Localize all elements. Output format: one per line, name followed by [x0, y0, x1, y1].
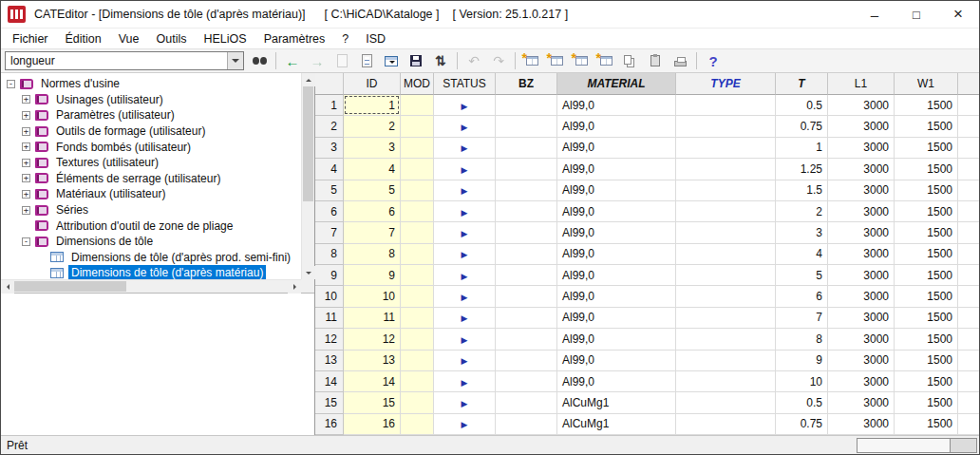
- bz-cell[interactable]: [496, 371, 557, 392]
- tree-hscrollbar-thumb[interactable]: [14, 281, 126, 292]
- type-cell[interactable]: [676, 201, 776, 222]
- status-cell[interactable]: [434, 159, 496, 180]
- id-cell[interactable]: 3: [344, 138, 401, 159]
- material-cell[interactable]: Al99,0: [557, 201, 676, 222]
- w1-cell[interactable]: 1500: [895, 222, 958, 243]
- header-material[interactable]: MATERIAL: [557, 73, 676, 95]
- material-cell[interactable]: AlCuMg1: [557, 392, 676, 413]
- import-table-button[interactable]: [379, 50, 404, 71]
- status-cell[interactable]: [434, 286, 496, 307]
- type-cell[interactable]: [676, 329, 776, 350]
- id-cell[interactable]: 10: [344, 286, 401, 307]
- table-hscrollbar[interactable]: [857, 438, 977, 453]
- mod-cell[interactable]: [401, 371, 434, 392]
- bz-cell[interactable]: [496, 329, 557, 350]
- header-mod[interactable]: MOD: [401, 73, 434, 95]
- id-cell[interactable]: 6: [344, 201, 401, 222]
- w1-cell[interactable]: 1500: [895, 371, 958, 392]
- tree-item[interactable]: + Paramètres (utilisateur): [1, 107, 301, 123]
- type-cell[interactable]: [676, 95, 776, 116]
- tree-item[interactable]: Dimensions de tôle (d'après prod. semi-f…: [1, 250, 301, 266]
- row-number-cell[interactable]: 15: [315, 392, 344, 413]
- status-cell[interactable]: [434, 351, 496, 371]
- type-cell[interactable]: [676, 180, 776, 201]
- find-button[interactable]: [247, 50, 272, 71]
- id-cell[interactable]: 2: [344, 116, 401, 137]
- id-cell[interactable]: 5: [344, 180, 401, 201]
- material-cell[interactable]: Al99,0: [557, 180, 676, 201]
- copy-button[interactable]: [618, 50, 643, 71]
- row-number-cell[interactable]: 8: [315, 244, 344, 265]
- tree-item[interactable]: + Usinages (utilisateur): [1, 92, 301, 108]
- id-cell[interactable]: 16: [344, 414, 401, 435]
- t-cell[interactable]: 9: [776, 351, 828, 371]
- type-cell[interactable]: [676, 392, 776, 413]
- insert-table-button[interactable]: [569, 50, 594, 71]
- t-cell[interactable]: 4: [776, 244, 828, 265]
- l1-cell[interactable]: 3000: [828, 180, 895, 201]
- back-button[interactable]: [280, 50, 305, 71]
- w1-cell[interactable]: 1500: [895, 244, 958, 265]
- mod-cell[interactable]: [401, 180, 434, 201]
- row-number-cell[interactable]: 9: [315, 265, 344, 286]
- bz-cell[interactable]: [496, 351, 557, 371]
- combo-dropdown-button[interactable]: [227, 52, 243, 69]
- tree-expander[interactable]: +: [22, 111, 30, 120]
- tree-item[interactable]: + Matériaux (utilisateur): [1, 186, 301, 202]
- w1-cell[interactable]: 1500: [895, 414, 958, 435]
- scroll-up-button[interactable]: [302, 73, 315, 86]
- header-w1[interactable]: W1: [895, 73, 958, 95]
- material-cell[interactable]: Al99,0: [557, 286, 676, 307]
- w1-cell[interactable]: 1500: [895, 138, 958, 159]
- type-cell[interactable]: [676, 222, 776, 243]
- type-cell[interactable]: [676, 371, 776, 392]
- mod-cell[interactable]: [401, 116, 434, 137]
- mod-cell[interactable]: [401, 222, 434, 243]
- mod-cell[interactable]: [401, 244, 434, 265]
- tree-item[interactable]: - Dimensions de tôle: [1, 234, 301, 250]
- maximize-button[interactable]: [895, 1, 937, 28]
- l1-cell[interactable]: 3000: [828, 244, 895, 265]
- status-cell[interactable]: [434, 180, 496, 201]
- status-cell[interactable]: [434, 116, 496, 137]
- append-row-button[interactable]: [544, 50, 569, 71]
- tree-item[interactable]: Attribution d'outil de zone de pliage: [1, 218, 301, 234]
- t-cell[interactable]: 8: [776, 329, 828, 350]
- status-cell[interactable]: [434, 414, 496, 435]
- material-cell[interactable]: Al99,0: [557, 308, 676, 329]
- header-l1[interactable]: L1: [828, 73, 895, 95]
- material-cell[interactable]: AlCuMg1: [557, 414, 676, 435]
- forward-button[interactable]: [305, 50, 330, 71]
- type-cell[interactable]: [676, 308, 776, 329]
- row-number-cell[interactable]: 6: [315, 201, 344, 222]
- l1-cell[interactable]: 3000: [828, 222, 895, 243]
- row-number-cell[interactable]: 13: [315, 351, 344, 371]
- bz-cell[interactable]: [496, 116, 557, 137]
- search-combobox[interactable]: longueur: [5, 51, 244, 70]
- row-number-cell[interactable]: 3: [315, 138, 344, 159]
- l1-cell[interactable]: 3000: [828, 95, 895, 116]
- material-cell[interactable]: Al99,0: [557, 116, 676, 137]
- material-cell[interactable]: Al99,0: [557, 351, 676, 371]
- bz-cell[interactable]: [496, 308, 557, 329]
- bz-cell[interactable]: [496, 201, 557, 222]
- type-cell[interactable]: [676, 265, 776, 286]
- row-number-cell[interactable]: 14: [315, 371, 344, 392]
- redo-button[interactable]: [486, 50, 511, 71]
- row-number-cell[interactable]: 2: [315, 116, 344, 137]
- header-id[interactable]: ID: [344, 73, 401, 95]
- t-cell[interactable]: 7: [776, 308, 828, 329]
- status-cell[interactable]: [434, 265, 496, 286]
- w1-cell[interactable]: 1500: [895, 201, 958, 222]
- type-cell[interactable]: [676, 351, 776, 371]
- id-cell[interactable]: 12: [344, 329, 401, 350]
- menu-item-parametres[interactable]: Paramètres: [255, 30, 334, 47]
- t-cell[interactable]: 2: [776, 201, 828, 222]
- id-cell[interactable]: 4: [344, 159, 401, 180]
- menu-item-isd[interactable]: ISD: [357, 30, 394, 47]
- tree-item[interactable]: + Textures (utilisateur): [1, 155, 301, 171]
- bz-cell[interactable]: [496, 392, 557, 413]
- header-t[interactable]: T: [776, 73, 828, 95]
- bz-cell[interactable]: [496, 138, 557, 159]
- type-cell[interactable]: [676, 414, 776, 435]
